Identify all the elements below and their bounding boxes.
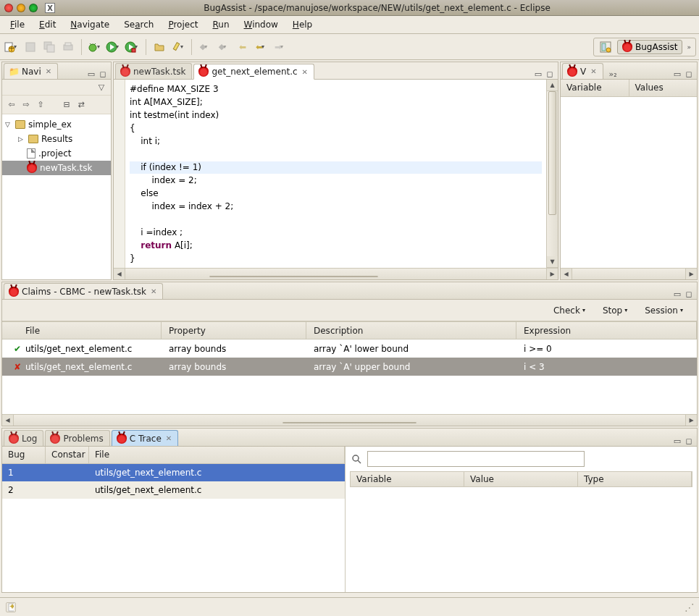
tree-item-project-file[interactable]: .project	[2, 146, 111, 161]
view-menu-icon[interactable]: ▽	[96, 83, 106, 93]
project-tree[interactable]: ▽ simple_ex ▷ Results .project	[2, 114, 111, 178]
tab-claims[interactable]: Claims - CBMC - newTask.tsk ✕	[4, 283, 163, 299]
external-tools-button[interactable]: ▾	[124, 38, 141, 56]
scroll-right-icon[interactable]: ▶	[685, 269, 697, 279]
perspective-overflow[interactable]: »	[685, 43, 692, 51]
column-type[interactable]: Type	[578, 472, 692, 486]
editor-tab-get-next-element[interactable]: get_next_element.c ✕	[193, 64, 314, 80]
save-button[interactable]	[22, 38, 39, 56]
claims-row-fail[interactable]: ✘utils/get_next_element.c array bounds a…	[2, 358, 697, 376]
nav-back-icon[interactable]: ⇦	[7, 100, 17, 110]
tree-item-results[interactable]: ▷ Results	[2, 132, 111, 146]
window-maximize-icon[interactable]	[29, 4, 38, 12]
scroll-right-icon[interactable]: ▶	[685, 415, 697, 426]
scroll-left-icon[interactable]: ◀	[2, 415, 14, 426]
open-perspective-button[interactable]	[597, 38, 614, 56]
menu-project[interactable]: Project	[162, 17, 204, 32]
column-variable[interactable]: Variable	[351, 472, 464, 486]
column-property[interactable]: Property	[162, 322, 306, 339]
editor-maximize-icon[interactable]: ◻	[545, 69, 555, 79]
variables-horizontal-scrollbar[interactable]: ◀ ▶	[561, 268, 697, 279]
editor-tab-newtask[interactable]: newTask.tsk	[115, 63, 192, 79]
trace-search-input[interactable]	[367, 451, 585, 467]
editor-vertical-scrollbar[interactable]: ▲ ▼	[546, 80, 558, 268]
column-file[interactable]: File	[2, 322, 162, 339]
check-button[interactable]: Check▾	[547, 302, 592, 319]
column-description[interactable]: Description	[306, 322, 516, 339]
column-constar[interactable]: Constar	[46, 447, 89, 463]
resize-grip-icon[interactable]: ⋰	[685, 602, 693, 613]
scroll-up-icon[interactable]: ▲	[547, 80, 558, 91]
editor-horizontal-scrollbar[interactable]: ◀ ▶	[114, 268, 558, 279]
view-minimize-icon[interactable]: ▭	[86, 69, 96, 79]
ctrace-tab-close-icon[interactable]: ✕	[166, 434, 172, 442]
tab-variables[interactable]: V ✕	[562, 63, 603, 79]
window-close-icon[interactable]	[4, 4, 13, 12]
scroll-down-icon[interactable]: ▼	[547, 256, 558, 268]
scroll-left-icon[interactable]: ◀	[561, 269, 572, 279]
nav-up-icon[interactable]: ⇧	[35, 100, 46, 110]
column-value[interactable]: Value	[464, 472, 578, 486]
view-minimize-icon[interactable]: ▭	[672, 289, 682, 299]
link-editor-icon[interactable]: ⇄	[76, 100, 86, 110]
new-button[interactable]: + ▾	[3, 38, 20, 56]
tab-log[interactable]: Log	[4, 430, 43, 446]
tab-navigator[interactable]: 📁 Navi ✕	[4, 63, 58, 79]
print-button[interactable]	[59, 38, 77, 56]
scroll-right-icon[interactable]: ▶	[546, 269, 558, 279]
claims-horizontal-scrollbar[interactable]: ◀ ▶	[2, 414, 697, 426]
tab-problems[interactable]: Problems	[45, 430, 109, 446]
tree-item-newtask[interactable]: newTask.tsk	[2, 161, 111, 175]
run-button[interactable]: ▾	[105, 38, 122, 56]
menu-window[interactable]: Window	[238, 17, 284, 32]
variables-tab-close-icon[interactable]: ✕	[590, 67, 596, 75]
menu-edit[interactable]: Edit	[33, 17, 62, 32]
column-expression[interactable]: Expression	[516, 322, 697, 339]
menu-run[interactable]: Run	[206, 17, 235, 32]
tree-expand-icon[interactable]: ▷	[18, 135, 25, 143]
scroll-left-icon[interactable]: ◀	[114, 269, 125, 279]
nav-last-edit-button[interactable]: ⬅	[234, 38, 251, 56]
collapse-all-icon[interactable]: ⊟	[62, 100, 72, 110]
claims-tab-close-icon[interactable]: ✕	[151, 287, 156, 295]
stop-button[interactable]: Stop▾	[596, 302, 634, 319]
scroll-thumb-h[interactable]	[209, 276, 377, 277]
debug-button[interactable]: ▾	[86, 38, 104, 56]
menu-search[interactable]: Search	[118, 17, 159, 32]
hidden-tabs-indicator[interactable]: »₂	[606, 69, 620, 79]
trace-row[interactable]: 2 utils/get_next_element.c	[2, 481, 345, 499]
tree-expand-icon[interactable]: ▽	[5, 121, 12, 128]
scroll-thumb-h[interactable]	[282, 422, 417, 423]
column-file[interactable]: File	[89, 447, 345, 463]
search-icon[interactable]	[350, 452, 363, 465]
view-minimize-icon[interactable]: ▭	[672, 436, 682, 446]
navigator-tab-close-icon[interactable]: ✕	[46, 67, 51, 75]
column-bug[interactable]: Bug	[2, 447, 46, 463]
code-content[interactable]: #define MAX_SIZE 3 int A[MAX_SIZE]; int …	[125, 80, 546, 268]
perspective-current[interactable]: BugAssist	[617, 40, 682, 54]
view-maximize-icon[interactable]: ◻	[684, 69, 694, 79]
view-maximize-icon[interactable]: ◻	[98, 69, 108, 79]
nav-prev-annotation-button[interactable]: ◆▾	[196, 38, 214, 56]
nav-forward-button[interactable]: ➡▾	[272, 38, 289, 56]
view-minimize-icon[interactable]: ▭	[672, 69, 682, 79]
save-all-button[interactable]	[41, 38, 58, 56]
search-button[interactable]: ▾	[169, 38, 187, 56]
tree-project[interactable]: ▽ simple_ex	[2, 117, 111, 132]
editor-minimize-icon[interactable]: ▭	[533, 69, 543, 79]
editor-tab-close-icon[interactable]: ✕	[302, 68, 308, 76]
nav-next-annotation-button[interactable]: ◆▾	[215, 38, 233, 56]
scroll-thumb[interactable]	[548, 91, 556, 215]
nav-back-button[interactable]: ⬅▾	[253, 38, 270, 56]
session-button[interactable]: Session▾	[638, 302, 690, 319]
menu-file[interactable]: File	[4, 17, 30, 32]
code-editor[interactable]: #define MAX_SIZE 3 int A[MAX_SIZE]; int …	[114, 80, 558, 268]
tab-c-trace[interactable]: C Trace ✕	[112, 430, 178, 446]
column-values[interactable]: Values	[629, 80, 698, 96]
window-minimize-icon[interactable]	[17, 4, 25, 12]
view-maximize-icon[interactable]: ◻	[684, 436, 694, 446]
menu-navigate[interactable]: Navigate	[64, 17, 115, 32]
view-maximize-icon[interactable]: ◻	[684, 289, 694, 299]
column-variable[interactable]: Variable	[561, 80, 629, 96]
menu-help[interactable]: Help	[287, 17, 318, 32]
